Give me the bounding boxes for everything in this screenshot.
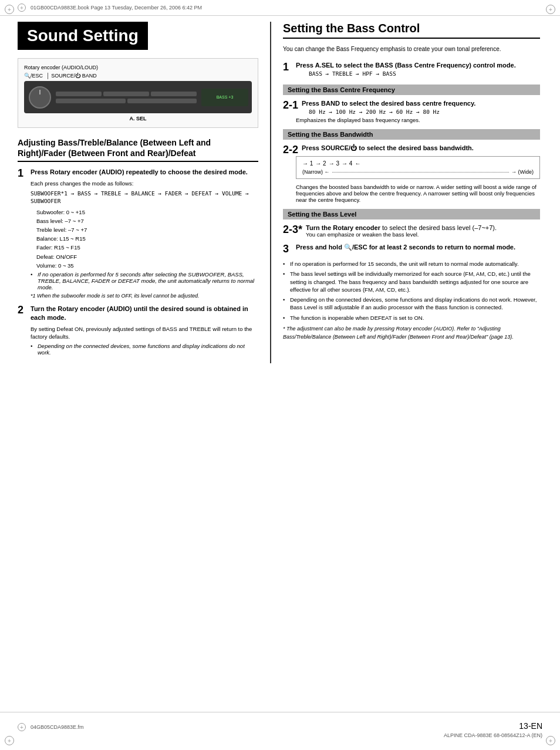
header-filename: 01GB00CDA9883E.book Page 13 Tuesday, Dec… [31, 5, 202, 11]
right-step-2-2-num: 2-2 [283, 144, 298, 155]
footer: 04GB05CDA9883E.fm 13-EN ALPINE CDA-9883E… [0, 712, 560, 738]
corner-mark-tr [546, 5, 555, 14]
value-item: Fader: R15 ~ F15 [36, 243, 258, 252]
right-step-2-1-content: Press BAND to select the desired bass ce… [296, 100, 540, 123]
right-step-1-content: Press A.SEL to select the BASS (Bass Cen… [296, 62, 540, 77]
device-btn [103, 92, 149, 96]
footer-left: 04GB05CDA9883E.fm [18, 723, 84, 731]
subsection-bass-level: Setting the Bass Level [283, 209, 540, 219]
device-btn [56, 99, 126, 103]
footer-model: ALPINE CDA-9883E 68-08564Z12-A (EN) [444, 732, 542, 738]
right-step-2-2-text: Press SOURCE/⏻ to select the desired bas… [296, 144, 540, 151]
right-step-3: 3 Press and hold 🔍/ESC for at least 2 se… [283, 244, 540, 254]
sound-setting-title: Sound Setting [18, 22, 148, 50]
device-btn [151, 92, 197, 96]
device-btn [127, 99, 197, 103]
step-2-content: Turn the Rotary encoder (AUDIO) until th… [31, 305, 258, 356]
device-btn-row-2 [56, 99, 197, 103]
step-1-sub1: Each press changes the mode as follows: [31, 180, 258, 187]
page-number: 13-EN [444, 716, 542, 732]
value-item: Volume: 0 ~ 35 [36, 261, 258, 270]
step-2-bullet: Depending on the connected devices, some… [31, 343, 258, 356]
esc-label: 🔍/ESC [24, 73, 43, 79]
right-bullet-1: The bass level settings will be individu… [283, 270, 540, 293]
right-step-2-3-num: 2-3* [283, 224, 302, 235]
right-step-1-num: 1 [283, 62, 289, 72]
right-step-2-1-text: Press BAND to select the desired bass ce… [296, 100, 540, 107]
value-item: Subwoofer: 0 ~ +15 [36, 208, 258, 217]
step-1-text: Press Rotary encoder (AUDIO) repeatedly … [31, 168, 258, 177]
main-content: Sound Setting Rotary encoder (AUDIO/LOUD… [0, 22, 560, 363]
step-1-flow: SUBWOOFER*1 → BASS → TREBLE → BALANCE → … [31, 190, 258, 205]
right-step-2-1: 2-1 Press BAND to select the desired bas… [283, 100, 540, 123]
bandwidth-diagram: → 1 → 2 → 3 → 4 ← (Narrow) ← → (Wide) [296, 156, 540, 179]
device-display: BASS +3 [201, 89, 248, 106]
device-buttons-area [56, 92, 197, 103]
right-bullet-2: Depending on the connected devices, some… [283, 296, 540, 312]
rotary-encoder-icon [29, 86, 51, 109]
right-step-2-3-text: Turn the Rotary encoder to select the de… [296, 224, 540, 231]
footer-right: 13-EN ALPINE CDA-9883E 68-08564Z12-A (EN… [444, 716, 542, 738]
left-step-2: 2 Turn the Rotary encoder (AUDIO) until … [18, 305, 258, 357]
value-item: Bass level: –7 ~ +7 [36, 217, 258, 225]
page-suffix: -EN [528, 721, 542, 731]
value-item: Defeat: ON/OFF [36, 252, 258, 261]
right-step-2-1-num: 2-1 [283, 100, 298, 110]
right-footnote: * The adjustment can also be made by pre… [283, 325, 540, 341]
step-2-sub: By setting Defeat ON, previously adjuste… [31, 325, 258, 341]
step-1-content: Press Rotary encoder (AUDIO) repeatedly … [31, 168, 258, 299]
right-step-2-2: 2-2 Press SOURCE/⏻ to select the desired… [283, 144, 540, 203]
right-step-2-3-content: Turn the Rotary encoder to select the de… [296, 224, 540, 238]
right-step-3-content: Press and hold 🔍/ESC for at least 2 seco… [296, 244, 540, 251]
left-column: Sound Setting Rotary encoder (AUDIO/LOUD… [18, 22, 270, 363]
page-wrapper: 01GB00CDA9883E.book Page 13 Tuesday, Dec… [0, 0, 560, 750]
device-btn-row-1 [56, 92, 197, 96]
footer-crosshair-icon [18, 723, 26, 731]
step-2-text: Turn the Rotary encoder (AUDIO) until th… [31, 305, 258, 323]
right-step-2-2-note: Changes the boosted bass bandwidth to wi… [296, 184, 540, 203]
right-intro: You can change the Bass Frequency emphas… [283, 45, 540, 53]
device-btn [56, 92, 102, 96]
right-section-title: Setting the Bass Control [283, 22, 540, 39]
right-bullet-0: If no operation is performed for 15 seco… [283, 260, 540, 268]
right-step-3-text: Press and hold 🔍/ESC for at least 2 seco… [296, 244, 540, 251]
device-label-rotary: Rotary encoder (AUDIO/LOUD) [24, 65, 252, 70]
right-step-1: 1 Press A.SEL to select the BASS (Bass C… [283, 62, 540, 79]
value-item: Treble level: –7 ~ +7 [36, 225, 258, 234]
device-box: BASS +3 [24, 81, 252, 113]
corner-mark-tl [5, 5, 14, 14]
right-column: Setting the Bass Control You can change … [270, 22, 540, 363]
values-list: Subwoofer: 0 ~ +15 Bass level: –7 ~ +7 T… [36, 208, 258, 270]
step-1-footnote: *1 When the subwoofer mode is set to OFF… [31, 293, 258, 299]
asel-label: A. SEL [24, 116, 252, 121]
left-section-title: Adjusting Bass/Treble/Balance (Between L… [18, 137, 258, 162]
header-bar: 01GB00CDA9883E.book Page 13 Tuesday, Dec… [0, 0, 560, 16]
step-2-num: 2 [18, 305, 23, 315]
right-step-3-num: 3 [283, 244, 289, 254]
footer-filename: 04GB05CDA9883E.fm [31, 724, 84, 730]
device-diagram: Rotary encoder (AUDIO/LOUD) 🔍/ESC │ SOUR… [18, 58, 258, 128]
source-label: │ SOURCE/⏻ BAND [46, 73, 97, 79]
device-button-labels: 🔍/ESC │ SOURCE/⏻ BAND [24, 73, 252, 79]
step-1-num: 1 [18, 168, 23, 178]
right-step-2-3-note: You can emphasize or weaken the bass lev… [296, 231, 540, 238]
step-1-bullet: If no operation is performed for 5 secon… [31, 271, 258, 290]
right-step-1-text: Press A.SEL to select the BASS (Bass Cen… [296, 62, 540, 69]
display-text: BASS +3 [217, 95, 234, 99]
right-step-2-1-note: Emphasizes the displayed bass frequency … [296, 117, 540, 123]
right-step-1-flow: BASS → TREBLE → HPF → BASS [309, 70, 540, 77]
header-crosshair-icon [18, 4, 26, 12]
right-step-2-2-content: Press SOURCE/⏻ to select the desired bas… [296, 144, 540, 203]
value-item: Balance: L15 ~ R15 [36, 234, 258, 243]
right-step-2-1-flow: 80 Hz → 100 Hz → 200 Hz → 60 Hz → 80 Hz [309, 109, 540, 115]
right-step-2-3: 2-3* Turn the Rotary encoder to select t… [283, 224, 540, 238]
left-step-1: 1 Press Rotary encoder (AUDIO) repeatedl… [18, 168, 258, 299]
subsection-bass-bandwidth: Setting the Bass Bandwidth [283, 129, 540, 140]
right-bullet-3: The function is inoperable when DEFEAT i… [283, 314, 540, 322]
subsection-bass-centre: Setting the Bass Centre Frequency [283, 85, 540, 95]
